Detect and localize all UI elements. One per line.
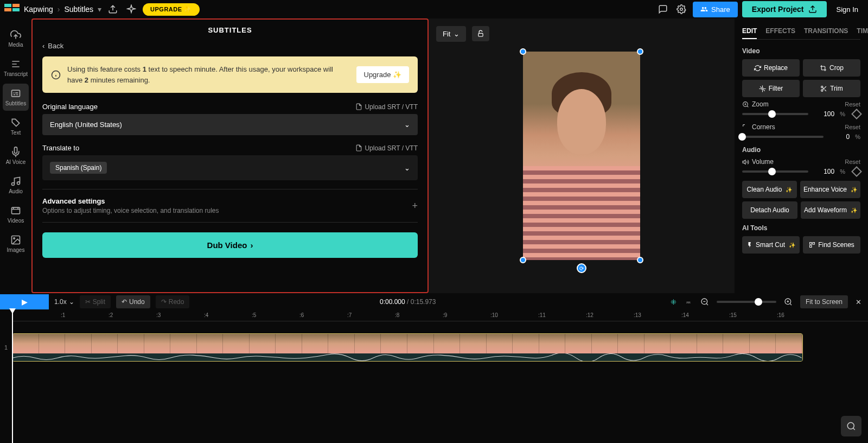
audio-section: Audio	[742, 146, 860, 154]
trans-lang-select[interactable]: Spanish (Spain)⌄	[42, 155, 418, 180]
upgrade-button[interactable]: UPGRADE ✨	[143, 3, 200, 16]
video-clip[interactable]	[12, 333, 803, 362]
svg-rect-14	[810, 245, 812, 248]
aitools-section: AI Tools	[742, 224, 860, 232]
zoom-slider[interactable]	[742, 113, 808, 115]
music-icon	[10, 176, 21, 187]
chevron-down-icon: ⌄	[404, 121, 410, 129]
play-button[interactable]: ▶	[0, 294, 49, 309]
tab-transitions[interactable]: TRANSITIONS	[804, 24, 848, 39]
zoom-in-icon[interactable]	[782, 295, 795, 308]
ruler-mark: :6	[299, 312, 304, 318]
notice-upgrade-button[interactable]: Upgrade ✨	[356, 66, 410, 83]
svg-point-7	[762, 87, 763, 89]
dub-video-button[interactable]: Dub Video›	[42, 232, 418, 258]
breadcrumb-page[interactable]: Subtitles	[64, 5, 93, 14]
export-button[interactable]: Export Project	[742, 1, 827, 17]
magnet-icon[interactable]: ⎓	[684, 296, 693, 308]
ruler-mark: :3	[156, 312, 161, 318]
resize-handle[interactable]	[637, 48, 643, 55]
timeline[interactable]: :1:2:3:4:5:6:7:8:9:10:11:12:13:14:15:16 …	[0, 311, 868, 443]
findscenes-button[interactable]: Find Scenes	[803, 236, 860, 254]
chevron-down-icon[interactable]: ▾	[98, 5, 101, 14]
svg-point-0	[680, 8, 683, 11]
ruler-mark: :9	[443, 312, 447, 318]
tab-effects[interactable]: EFFECTS	[765, 24, 795, 39]
redo-button[interactable]: ↷ Redo	[156, 295, 190, 308]
resize-handle[interactable]	[520, 48, 526, 55]
ruler-mark: :12	[586, 312, 593, 318]
video-section: Video	[742, 47, 860, 55]
smartcut-button[interactable]: Smart Cut	[742, 236, 800, 254]
undo-button[interactable]: ↶ Undo	[116, 295, 150, 308]
lock-icon[interactable]	[472, 26, 489, 41]
breadcrumb: Kapwing › Subtitles ▾	[24, 5, 101, 14]
upload-srt-link-2[interactable]: Upload SRT / VTT	[355, 144, 418, 152]
rail-text[interactable]: Text	[3, 113, 29, 140]
volume-slider[interactable]	[742, 170, 808, 173]
orig-lang-select[interactable]: English (United States)⌄	[42, 114, 418, 135]
ruler-mark: :13	[634, 312, 641, 318]
chevron-down-icon: ⌄	[454, 30, 459, 38]
tab-edit[interactable]: EDIT	[742, 24, 757, 39]
fit-dropdown[interactable]: Fit ⌄	[436, 26, 466, 42]
plus-icon: +	[412, 200, 418, 212]
rail-audio[interactable]: Audio	[3, 172, 29, 199]
keyframe-icon[interactable]	[851, 109, 862, 119]
filter-button[interactable]: Filter	[742, 80, 800, 97]
ruler-mark: :14	[681, 312, 689, 318]
sparkle-icon[interactable]	[124, 2, 138, 16]
resize-handle[interactable]	[637, 257, 643, 263]
rail-videos[interactable]: Videos	[3, 201, 29, 228]
advanced-settings-row[interactable]: Advanced settingsOptions to adjust timin…	[42, 189, 418, 223]
app-logo[interactable]	[4, 4, 20, 15]
timeline-zoom-slider[interactable]	[717, 301, 776, 303]
signin-link[interactable]: Sign In	[831, 5, 864, 14]
snap-icon[interactable]: ⁜	[668, 296, 679, 308]
ruler[interactable]: :1:2:3:4:5:6:7:8:9:10:11:12:13:14:15:16	[12, 311, 868, 321]
video-frame[interactable]: ⟳	[523, 52, 640, 260]
volume-reset[interactable]: Reset	[845, 159, 860, 165]
rail-media[interactable]: Media	[3, 25, 29, 52]
comment-icon[interactable]	[656, 2, 670, 16]
trim-button[interactable]: Trim	[803, 80, 860, 97]
tab-timing[interactable]: TIMING	[857, 24, 868, 39]
clean-audio-button[interactable]: Clean Audio	[742, 181, 797, 198]
resize-handle[interactable]	[520, 257, 526, 263]
upload-srt-link-1[interactable]: Upload SRT / VTT	[355, 103, 418, 111]
split-button[interactable]: ✂ Split	[80, 295, 111, 308]
detach-audio-button[interactable]: Detach Audio	[742, 201, 797, 219]
replace-button[interactable]: Replace	[742, 59, 800, 77]
breadcrumb-app[interactable]: Kapwing	[24, 5, 53, 14]
corners-reset[interactable]: Reset	[845, 124, 860, 130]
zoom-out-icon[interactable]	[698, 295, 711, 308]
rail-transcript[interactable]: Transcript	[3, 54, 29, 81]
enhance-voice-button[interactable]: Enhance Voice	[800, 181, 860, 198]
keyframe-icon[interactable]	[851, 166, 862, 177]
speed-select[interactable]: 1.0x ⌄	[54, 298, 74, 306]
search-icon[interactable]	[841, 416, 861, 436]
canvas[interactable]: Fit ⌄ ⟳	[429, 18, 735, 293]
info-icon	[51, 70, 61, 80]
upload-icon[interactable]	[106, 2, 120, 16]
volume-label: Volume	[742, 158, 774, 166]
playhead[interactable]	[12, 311, 13, 443]
rotate-handle[interactable]: ⟳	[577, 263, 586, 273]
svg-point-9	[821, 90, 823, 91]
crop-button[interactable]: Crop	[803, 59, 860, 77]
rail-aivoice[interactable]: AI Voice	[3, 142, 29, 169]
corners-slider[interactable]	[742, 136, 824, 138]
back-link[interactable]: ‹Back	[42, 37, 418, 56]
fit-screen-button[interactable]: Fit to Screen	[800, 295, 848, 308]
close-icon[interactable]: ✕	[853, 296, 864, 308]
adv-sub: Options to adjust timing, voice selectio…	[42, 207, 219, 214]
gear-icon[interactable]	[674, 2, 688, 16]
rail-images[interactable]: Images	[3, 230, 29, 257]
zoom-reset[interactable]: Reset	[845, 101, 860, 107]
add-waveform-button[interactable]: Add Waveform	[801, 201, 860, 219]
svg-point-8	[821, 86, 823, 87]
share-button[interactable]: Share	[693, 2, 738, 17]
time-display: 0:00.000 / 0:15.973	[380, 298, 436, 306]
rail-subtitles[interactable]: Subtitles	[3, 84, 29, 111]
video-preview	[523, 52, 640, 260]
